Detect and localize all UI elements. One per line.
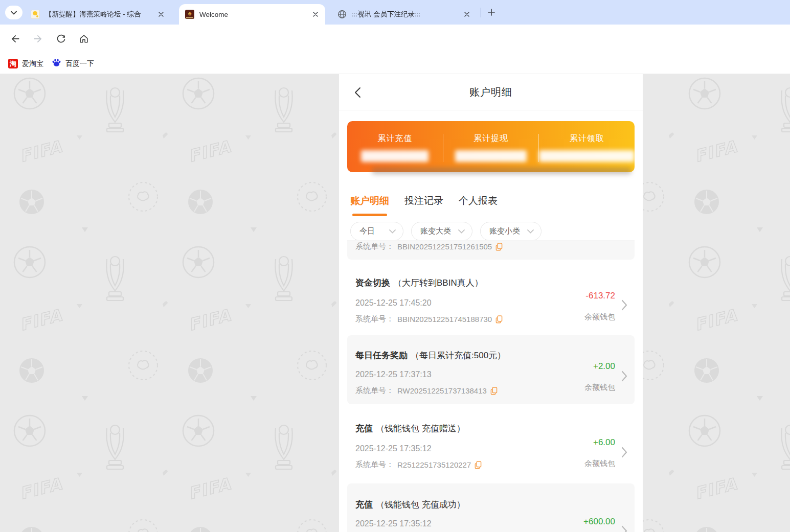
reload-icon [56, 34, 66, 44]
browser-tab-video-records[interactable]: :::视讯 会员下注纪录::: [331, 4, 477, 25]
row-title: 每日任务奖励（每日累计充值:500元） [355, 350, 584, 361]
chevron-down-icon [389, 229, 396, 234]
row-title: 充值（钱能钱包 充值成功） [355, 499, 583, 511]
forward-button[interactable] [31, 32, 45, 46]
bookmark-baidu[interactable]: 百度一下 [52, 58, 94, 70]
tab-personal-report[interactable]: 个人报表 [459, 189, 498, 219]
row-datetime: 2025-12-25 17:45:20 [355, 298, 584, 308]
summary-label: 累计充值 [347, 133, 443, 144]
back-arrow-icon [10, 33, 21, 44]
amount: -613.72 [585, 291, 615, 301]
transaction-row[interactable]: 充值（钱能钱包 充值赠送） 2025-12-25 17:35:12 系统单号：R… [347, 409, 635, 483]
filter-label: 账变大类 [420, 226, 451, 236]
tab-title: Welcome [199, 11, 311, 18]
order-label: 系统单号： [355, 242, 394, 251]
row-datetime: 2025-12-25 17:37:13 [355, 370, 584, 379]
order-number: BBIN202512251745188730 [397, 315, 492, 323]
row-datetime: 2025-12-25 17:35:12 [355, 444, 584, 453]
chevron-down-icon [458, 229, 465, 234]
filter-label: 今日 [359, 226, 375, 236]
chevron-right-icon [621, 371, 628, 384]
filter-minor-type-dropdown[interactable]: 账变小类 [480, 222, 541, 241]
chevron-down-icon [527, 229, 534, 234]
transaction-row-clipped[interactable]: 系统单号：BBIN202512251751261505 [347, 241, 635, 260]
summary-label: 累计领取 [539, 133, 635, 144]
baidu-paw-icon [52, 58, 61, 70]
order-number: BBIN202512251751261505 [397, 242, 492, 251]
forum-yellow-icon [31, 10, 40, 19]
amount: +6.00 [593, 437, 615, 448]
copy-icon[interactable] [495, 243, 503, 251]
transaction-row[interactable]: 每日任务奖励（每日累计充值:500元） 2025-12-25 17:37:13 … [347, 335, 635, 404]
filter-date-dropdown[interactable]: 今日 [350, 222, 403, 241]
plus-icon [488, 9, 495, 16]
transaction-list: 系统单号：BBIN202512251751261505 资金切换（大厅转到BBI… [347, 240, 635, 532]
blurred-value [539, 150, 635, 162]
amount: +600.00 [583, 517, 615, 527]
row-title: 资金切换（大厅转到BBIN真人） [355, 277, 584, 289]
page-title: 账户明细 [339, 85, 643, 99]
bookmark-label: 百度一下 [65, 59, 94, 68]
tab-label: 投注记录 [404, 195, 443, 206]
back-button[interactable] [8, 32, 22, 46]
wallet-label: 余额钱包 [584, 383, 615, 392]
summary-card: 累计充值 累计提现 累计领取 [347, 121, 635, 172]
close-icon[interactable] [311, 10, 320, 19]
filter-label: 账变小类 [489, 226, 520, 236]
row-datetime: 2025-12-25 17:35:12 [355, 519, 583, 528]
tab-label: 个人报表 [459, 195, 498, 206]
bookmark-label: 爱淘宝 [22, 59, 43, 68]
order-number-line: 系统单号：R2512251735120227 [355, 460, 584, 470]
browser-tab-strip: 【新提醒】海燕策略论坛 - 综合 ♣ Welcome :::视讯 会员下注纪录:… [0, 0, 790, 25]
report-tabs: 账户明细 投注记录 个人报表 [350, 189, 498, 219]
globe-icon [337, 10, 347, 19]
order-number: RW202512251737138413 [397, 386, 487, 395]
browser-tab-forum[interactable]: 【新提醒】海燕策略论坛 - 综合 [25, 4, 171, 25]
browser-tab-welcome[interactable]: ♣ Welcome [179, 4, 325, 25]
forward-arrow-icon [32, 33, 43, 44]
summary-total-deposit: 累计充值 [347, 121, 443, 172]
row-title: 充值（钱能钱包 充值赠送） [355, 423, 584, 434]
transaction-row[interactable]: 资金切换（大厅转到BBIN真人） 2025-12-25 17:45:20 系统单… [347, 260, 635, 335]
summary-total-claimed: 累计领取 [539, 121, 635, 172]
chevron-right-icon [621, 447, 628, 460]
order-number-line: 系统单号：BBIN202512251745188730 [355, 314, 584, 324]
bookmark-taobao[interactable]: 淘 爱淘宝 [8, 59, 43, 68]
copy-icon[interactable] [475, 461, 482, 469]
tab-title: :::视讯 会员下注纪录::: [352, 10, 462, 19]
tab-search-button[interactable] [5, 6, 22, 19]
wallet-label: 余额钱包 [584, 459, 615, 469]
browser-toolbar: 175616.cc/reports/index?tab=0 [0, 25, 790, 54]
active-tab-underline [352, 214, 387, 216]
tab-label: 账户明细 [350, 195, 389, 206]
filter-major-type-dropdown[interactable]: 账变大类 [411, 222, 472, 241]
transaction-row[interactable]: 充值（钱能钱包 充值成功） 2025-12-25 17:35:12 +600.0… [347, 483, 635, 532]
blurred-value [455, 150, 527, 162]
tab-title: 【新提醒】海燕策略论坛 - 综合 [45, 10, 156, 19]
copy-icon[interactable] [495, 315, 503, 323]
wallet-label: 余额钱包 [584, 312, 615, 322]
reload-button[interactable] [54, 32, 68, 46]
order-number: R2512251735120227 [397, 460, 471, 469]
summary-label: 累计提现 [443, 133, 539, 144]
copy-icon[interactable] [490, 387, 498, 395]
order-number-line: 系统单号：RW202512251737138413 [355, 386, 584, 396]
chevron-down-icon [11, 11, 17, 15]
tab-divider [481, 8, 481, 17]
blurred-value [361, 150, 428, 162]
taobao-icon: 淘 [8, 59, 18, 68]
close-icon[interactable] [156, 10, 166, 19]
bookmarks-bar: 淘 爱淘宝 百度一下 [0, 54, 790, 74]
tab-account-detail[interactable]: 账户明细 [350, 189, 389, 219]
chevron-right-icon [621, 299, 628, 313]
new-tab-button[interactable] [485, 6, 498, 19]
tab-bet-records[interactable]: 投注记录 [404, 189, 443, 219]
close-icon[interactable] [462, 10, 471, 19]
home-button[interactable] [77, 32, 91, 46]
amount: +2.00 [593, 361, 615, 372]
order-number-line: 系统单号：BBIN202512251751261505 [355, 242, 503, 251]
page-content: FIFA [0, 74, 790, 532]
panel-header: 账户明细 [339, 74, 643, 110]
blurred-strip [372, 168, 631, 174]
filter-bar: 今日 账变大类 账变小类 [350, 222, 541, 241]
